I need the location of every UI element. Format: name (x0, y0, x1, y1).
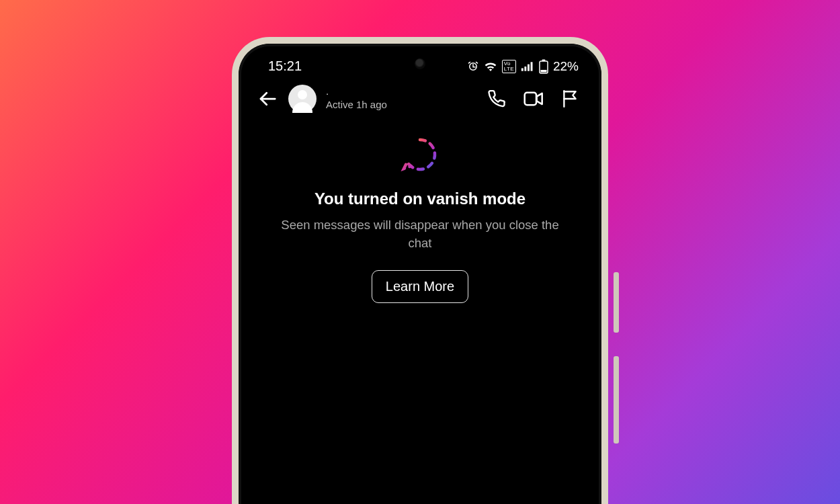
status-right: VoLTE 22% (467, 59, 579, 74)
svg-rect-8 (525, 93, 536, 105)
phone-screen: 15:21 VoLTE (241, 46, 599, 504)
active-status: Active 1h ago (326, 99, 478, 110)
svg-rect-1 (524, 67, 526, 71)
back-button[interactable] (256, 87, 279, 110)
phone-icon (488, 89, 507, 108)
svg-rect-5 (542, 59, 545, 61)
avatar[interactable] (288, 85, 317, 113)
flag-icon (561, 89, 579, 108)
svg-rect-0 (521, 68, 523, 71)
svg-rect-2 (528, 64, 530, 71)
svg-rect-6 (540, 70, 546, 73)
flag-button[interactable] (560, 89, 580, 109)
phone-side-button-2 (614, 356, 619, 444)
phone-side-button-1 (614, 272, 619, 333)
video-call-button[interactable] (523, 89, 544, 109)
vanish-mode-subtitle: Seen messages will disappear when you cl… (279, 216, 561, 253)
chat-header-text[interactable]: · Active 1h ago (326, 87, 478, 111)
gradient-backdrop: 15:21 VoLTE (0, 0, 840, 504)
learn-more-button[interactable]: Learn More (372, 270, 468, 303)
status-time: 15:21 (268, 58, 302, 74)
video-icon (523, 90, 544, 108)
audio-call-button[interactable] (487, 89, 507, 109)
svg-rect-3 (531, 62, 533, 71)
arrow-left-icon (257, 89, 278, 109)
camera-notch (415, 58, 425, 69)
wifi-icon (484, 60, 497, 73)
vanish-mode-icon (398, 134, 442, 177)
signal-icon (521, 60, 534, 73)
volte-icon: VoLTE (502, 60, 516, 73)
chat-header: · Active 1h ago (241, 79, 599, 120)
battery-icon (539, 59, 548, 74)
battery-percent: 22% (553, 59, 579, 74)
vanish-mode-panel: You turned on vanish mode Seen messages … (241, 120, 599, 303)
alarm-icon (467, 60, 479, 73)
contact-name: · (326, 87, 478, 99)
vanish-mode-title: You turned on vanish mode (264, 190, 576, 208)
phone-frame: 15:21 VoLTE (232, 37, 608, 504)
